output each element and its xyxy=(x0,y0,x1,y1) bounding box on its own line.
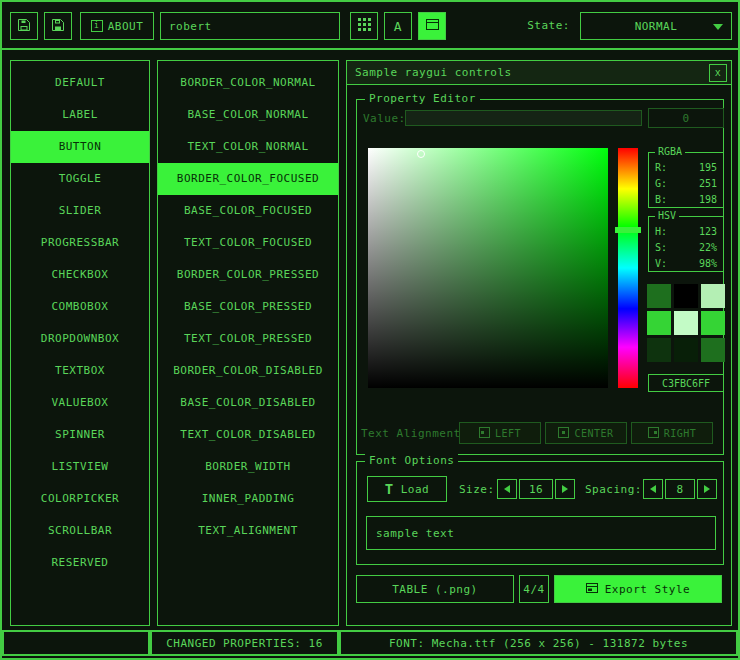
control-list-item[interactable]: RESERVED xyxy=(11,547,149,579)
properties-list: BORDER_COLOR_NORMALBASE_COLOR_NORMALTEXT… xyxy=(157,60,339,626)
hue-bar-cursor[interactable] xyxy=(615,227,641,233)
pages-value[interactable]: 4/4 xyxy=(519,575,549,603)
channel-value: 98% xyxy=(699,258,717,270)
channel-value: 198 xyxy=(699,194,717,206)
spacing-increment-button[interactable] xyxy=(697,479,717,499)
value-slider[interactable] xyxy=(405,110,642,126)
property-list-item[interactable]: BASE_COLOR_PRESSED xyxy=(158,291,338,323)
control-list-item[interactable]: TEXTBOX xyxy=(11,355,149,387)
format-dropdown-button[interactable]: TABLE (.png) xyxy=(356,575,514,603)
font-settings-button[interactable]: A xyxy=(384,12,412,40)
channel-label: S: xyxy=(655,242,667,254)
state-dropdown-value: NORMAL xyxy=(635,20,678,33)
chevron-down-icon xyxy=(713,24,723,30)
palette-color-cell[interactable] xyxy=(647,338,671,362)
controls-list: DEFAULTLABELBUTTONTOGGLESLIDERPROGRESSBA… xyxy=(10,60,150,626)
channel-value: 251 xyxy=(699,178,717,190)
control-list-item[interactable]: SCROLLBAR xyxy=(11,515,149,547)
export-style-button[interactable]: Export Style xyxy=(554,575,722,603)
size-value[interactable]: 16 xyxy=(519,479,553,499)
value-box[interactable]: 0 xyxy=(648,108,724,128)
export-style-label: Export Style xyxy=(605,583,690,596)
align-right-icon xyxy=(648,427,659,440)
property-list-item[interactable]: TEXT_COLOR_DISABLED xyxy=(158,419,338,451)
grid-view-button[interactable] xyxy=(350,12,378,40)
palette-color-cell[interactable] xyxy=(674,311,698,335)
control-list-item[interactable]: CHECKBOX xyxy=(11,259,149,291)
palette-color-cell[interactable] xyxy=(701,311,725,335)
channel-value: 195 xyxy=(699,162,717,174)
property-list-item[interactable]: BORDER_WIDTH xyxy=(158,451,338,483)
table-image-button[interactable] xyxy=(418,12,446,40)
property-list-item[interactable]: BORDER_COLOR_NORMAL xyxy=(158,67,338,99)
statusbar-changed: CHANGED PROPERTIES: 16 xyxy=(150,630,339,656)
info-icon: i xyxy=(91,20,103,32)
spacing-decrement-button[interactable] xyxy=(643,479,663,499)
control-list-item[interactable]: COMBOBOX xyxy=(11,291,149,323)
align-center-icon xyxy=(558,427,569,440)
about-button[interactable]: i ABOUT xyxy=(80,12,154,40)
palette-color-cell[interactable] xyxy=(647,284,671,308)
property-list-item[interactable]: TEXT_ALIGNMENT xyxy=(158,515,338,547)
save-style-button[interactable] xyxy=(10,12,38,40)
control-list-item[interactable]: SLIDER xyxy=(11,195,149,227)
control-list-item[interactable]: COLORPICKER xyxy=(11,483,149,515)
format-dropdown-label: TABLE (.png) xyxy=(392,583,477,596)
floppy-save-icon xyxy=(17,18,31,35)
color-picker-cursor[interactable] xyxy=(417,150,425,158)
property-list-item[interactable]: BASE_COLOR_DISABLED xyxy=(158,387,338,419)
palette-color-cell[interactable] xyxy=(674,284,698,308)
property-list-item[interactable]: BASE_COLOR_FOCUSED xyxy=(158,195,338,227)
channel-label: G: xyxy=(655,178,667,190)
font-load-button[interactable]: T Load xyxy=(367,476,447,502)
style-name-input[interactable] xyxy=(169,20,331,33)
control-list-item[interactable]: LISTVIEW xyxy=(11,451,149,483)
color-picker[interactable] xyxy=(368,148,608,388)
control-list-item[interactable]: SPINNER xyxy=(11,419,149,451)
style-name-field[interactable] xyxy=(160,12,340,40)
spacing-value[interactable]: 8 xyxy=(665,479,695,499)
hue-bar[interactable] xyxy=(618,148,638,388)
control-list-item[interactable]: BUTTON xyxy=(11,131,149,163)
load-style-button[interactable] xyxy=(44,12,72,40)
channel-label: B: xyxy=(655,194,667,206)
property-list-item[interactable]: BORDER_COLOR_FOCUSED xyxy=(158,163,338,195)
palette-color-cell[interactable] xyxy=(701,284,725,308)
window-title: Sample raygui controls xyxy=(355,66,709,79)
palette-color-cell[interactable] xyxy=(647,311,671,335)
font-options-group: Font Options T Load Size: 16 Spacing: 8 xyxy=(356,461,724,565)
close-button[interactable]: x xyxy=(709,64,727,82)
text-alignment-label: Text Alignment xyxy=(361,427,461,440)
control-list-item[interactable]: PROGRESSBAR xyxy=(11,227,149,259)
channel-label: R: xyxy=(655,162,667,174)
channel-value: 123 xyxy=(699,226,717,238)
palette-color-cell[interactable] xyxy=(701,338,725,362)
align-right-label: RIGHT xyxy=(664,428,697,439)
property-list-item[interactable]: BASE_COLOR_NORMAL xyxy=(158,99,338,131)
left-arrow-icon xyxy=(504,485,510,493)
control-list-item[interactable]: TOGGLE xyxy=(11,163,149,195)
size-increment-button[interactable] xyxy=(555,479,575,499)
property-list-item[interactable]: INNER_PADDING xyxy=(158,483,338,515)
control-list-item[interactable]: VALUEBOX xyxy=(11,387,149,419)
channel-value: 22% xyxy=(699,242,717,254)
size-decrement-button[interactable] xyxy=(497,479,517,499)
sample-text-input[interactable]: sample text xyxy=(366,516,716,550)
property-list-item[interactable]: TEXT_COLOR_FOCUSED xyxy=(158,227,338,259)
property-list-item[interactable]: TEXT_COLOR_NORMAL xyxy=(158,131,338,163)
property-list-item[interactable]: BORDER_COLOR_PRESSED xyxy=(158,259,338,291)
property-list-item[interactable]: BORDER_COLOR_DISABLED xyxy=(158,355,338,387)
state-dropdown[interactable]: NORMAL xyxy=(580,12,732,40)
control-list-item[interactable]: LABEL xyxy=(11,99,149,131)
state-label: State: xyxy=(527,19,570,32)
hex-color-input[interactable]: C3FBC6FF xyxy=(648,374,724,392)
align-center-button[interactable]: CENTER xyxy=(545,422,627,444)
align-left-button[interactable]: LEFT xyxy=(459,422,541,444)
control-list-item[interactable]: DEFAULT xyxy=(11,67,149,99)
palette-color-cell[interactable] xyxy=(674,338,698,362)
property-list-item[interactable]: TEXT_COLOR_PRESSED xyxy=(158,323,338,355)
align-right-button[interactable]: RIGHT xyxy=(631,422,713,444)
sample-text-value: sample text xyxy=(376,527,454,540)
hsv-panel: HSV H: 123 S: 22% V: 98% xyxy=(648,216,724,272)
control-list-item[interactable]: DROPDOWNBOX xyxy=(11,323,149,355)
